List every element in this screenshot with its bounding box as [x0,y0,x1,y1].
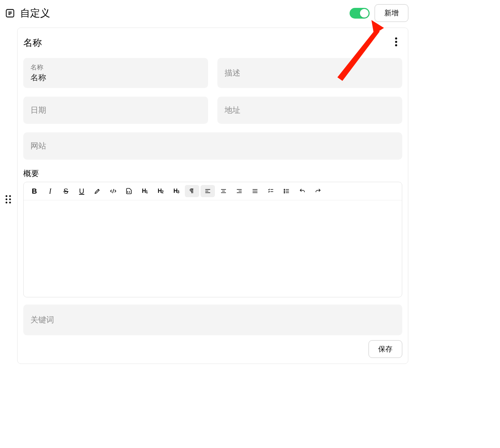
svg-point-9 [9,202,11,204]
header-row: 自定义 新增 [5,4,408,22]
page-title: 自定义 [20,6,345,20]
name-field[interactable]: 名称 名称 [23,58,208,88]
redo-button[interactable] [311,185,325,197]
list-icon [5,8,15,18]
description-placeholder: 描述 [225,68,395,78]
add-button[interactable]: 新增 [375,4,408,22]
keywords-placeholder: 关键词 [30,315,54,325]
paragraph-button[interactable] [185,185,199,197]
svg-point-33 [284,191,285,191]
bullet-list-button[interactable] [279,185,294,197]
website-field[interactable]: 网站 [23,132,402,160]
name-field-value: 名称 [30,72,201,83]
svg-point-8 [6,202,8,204]
svg-point-12 [395,44,397,47]
highlight-button[interactable] [90,185,105,197]
align-left-button[interactable] [201,185,215,197]
svg-point-7 [9,199,11,200]
save-button[interactable]: 保存 [369,340,402,358]
svg-point-10 [395,38,397,40]
website-placeholder: 网站 [30,141,395,151]
svg-line-13 [112,189,114,193]
align-center-button[interactable] [216,185,231,197]
enable-toggle[interactable] [350,8,370,19]
summary-editor: B I S U H1 H2 H3 [23,182,402,297]
code-button[interactable] [106,185,120,197]
align-right-button[interactable] [232,185,246,197]
h3-button[interactable]: H3 [169,185,183,197]
custom-section-card: 名称 名称 名称 描述 日期 地址 网站 概要 [17,28,408,364]
date-field[interactable]: 日期 [23,97,208,124]
italic-button[interactable]: I [43,185,57,197]
editor-content[interactable] [24,200,402,297]
svg-point-31 [284,189,285,190]
bold-button[interactable]: B [27,185,42,197]
card-footer: 保存 [23,340,402,358]
name-field-label: 名称 [30,63,201,72]
strike-button[interactable]: S [59,185,73,197]
description-field[interactable]: 描述 [217,58,402,88]
svg-point-6 [6,199,8,200]
card-title: 名称 [23,36,42,49]
address-placeholder: 地址 [225,105,395,116]
svg-point-11 [395,41,397,43]
keywords-field[interactable]: 关键词 [23,305,402,335]
summary-label: 概要 [23,168,402,179]
editor-toolbar: B I S U H1 H2 H3 [24,182,402,200]
checklist-button[interactable] [264,185,278,197]
svg-point-4 [6,195,8,197]
svg-point-5 [9,195,11,197]
align-justify-button[interactable] [248,185,262,197]
address-field[interactable]: 地址 [217,97,402,124]
h1-button[interactable]: H1 [138,185,152,197]
svg-point-35 [284,192,285,193]
h2-button[interactable]: H2 [153,185,168,197]
drag-handle-icon[interactable] [5,195,11,204]
underline-button[interactable]: U [74,185,89,197]
codeblock-button[interactable] [122,185,136,197]
date-placeholder: 日期 [30,105,201,116]
more-menu-button[interactable] [390,34,402,51]
card-header: 名称 [23,34,402,51]
undo-button[interactable] [295,185,309,197]
